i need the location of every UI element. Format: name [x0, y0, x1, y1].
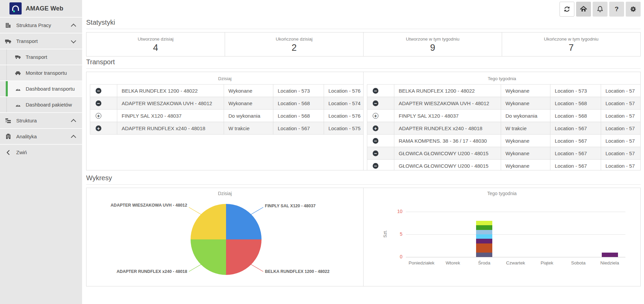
sidebar-subitem-monitor-transportu[interactable]: Monitor transportu [0, 65, 82, 81]
sidebar-subitem-label: Monitor transportu [26, 70, 67, 76]
stat-card: Ukończone dzisiaj2 [225, 32, 364, 56]
transport-row[interactable]: −ADAPTER WIESZAKOWA UVH - 48012WykonaneL… [90, 97, 364, 110]
sidebar-item-transport[interactable]: Transport [0, 33, 82, 49]
transport-item-name: GŁOWICA GŁOWICOWY U200 - 48015 [394, 147, 501, 159]
notifications-button[interactable] [593, 2, 608, 17]
transport-row[interactable]: −ADAPTER WIESZAKOWA UVH - 48012WykonaneL… [367, 97, 640, 110]
home-button[interactable] [576, 2, 591, 17]
bar-segment [476, 234, 492, 239]
sidebar: AMAGE Web Struktura Pracy Transport Tran… [0, 0, 82, 304]
transport-to-location: Location - 576 [324, 85, 364, 97]
minus-circle-icon[interactable]: − [96, 100, 101, 106]
transport-status: Wykonane [224, 97, 273, 109]
pie-chart[interactable] [191, 204, 262, 275]
transport-row[interactable]: −BELKA RUNDFLEX 1200 - 48022WykonaneLoca… [367, 85, 640, 97]
minus-circle-icon[interactable]: − [373, 163, 378, 169]
x-tick-label: Poniedziałek [406, 260, 437, 265]
table-title: Tego tygodnia [364, 72, 640, 84]
minus-circle-icon[interactable]: − [373, 150, 378, 156]
sidebar-collapse-button[interactable]: Zwiń [0, 145, 82, 160]
sidebar-item-analityka[interactable]: Analityka [0, 129, 82, 145]
row-icon-cell: + [90, 122, 117, 134]
transport-row[interactable]: +FINPLY SAL X120 - 48037Do wykonaniaLoca… [90, 110, 364, 122]
transport-panel: Dzisiaj −BELKA RUNDFLEX 1200 - 48022Wyko… [86, 72, 641, 170]
transport-status: Wykonane [501, 135, 550, 147]
help-button[interactable]: ? [609, 2, 624, 17]
dashboard-icon [14, 86, 22, 92]
transport-status: Do wykonania [501, 110, 550, 122]
plus-circle-icon[interactable]: + [373, 125, 378, 131]
transport-row[interactable]: −GŁOWICA GŁOWICOWY U200 - 48015WykonaneL… [367, 160, 640, 170]
transport-row[interactable]: +ADAPTER RUNDFLEX x240 - 48018W trakcieL… [367, 122, 640, 135]
transport-week-pane: Tego tygodnia −BELKA RUNDFLEX 1200 - 480… [364, 72, 640, 170]
transport-item-name: BELKA RUNDFLEX 1200 - 48022 [394, 85, 501, 97]
plus-circle-icon[interactable]: + [96, 125, 101, 131]
header-toolbar: ? [560, 2, 641, 17]
sidebar-nav: Struktura Pracy Transport Transport Moni… [0, 18, 82, 160]
main-content: ? Statystyki Utworzone dzisiaj4Ukończone… [82, 0, 644, 304]
y-tick-label: 5 [390, 231, 402, 237]
plus-circle-outline-icon[interactable]: + [373, 113, 378, 119]
transport-item-name: ADAPTER RUNDFLEX x240 - 48018 [394, 122, 501, 134]
transport-to-location: Location - 576 [324, 110, 364, 122]
app-title: AMAGE Web [26, 5, 63, 12]
structure-icon [4, 118, 12, 124]
svg-text:?: ? [615, 5, 619, 13]
stat-value: 2 [292, 43, 297, 53]
pie-slice-label: FINPLY SAL X120 - 48037 [265, 204, 316, 208]
stacked-bar-Środa[interactable] [476, 221, 492, 257]
settings-button[interactable] [626, 2, 641, 17]
charts-section: Wykresy Dzisiaj FINPLY SAL X120 - 48037 … [86, 174, 641, 286]
stacked-bar-Niedziela[interactable] [602, 253, 618, 257]
sidebar-subitem-transport[interactable]: Transport [0, 49, 82, 65]
row-icon-cell: − [367, 135, 394, 147]
transport-status: Wykonane [501, 85, 550, 97]
sidebar-subitem-dashboard-pakietow[interactable]: Dashboard pakietów [0, 97, 82, 113]
transport-row[interactable]: +ADAPTER RUNDFLEX x240 - 48018W trakcieL… [90, 122, 364, 135]
bar-chart-title: Tego tygodnia [364, 191, 640, 196]
sidebar-subitem-label: Dashboard pakietów [26, 102, 72, 108]
transport-from-location: Location - 567 [273, 122, 324, 134]
bar-chart-plot [406, 212, 625, 257]
chevron-up-icon [71, 119, 76, 124]
transport-row[interactable]: −GŁOWICA GŁOWICOWY U200 - 48015WykonaneL… [367, 147, 640, 160]
sidebar-item-label: Struktura Pracy [16, 22, 51, 28]
charts-section-title: Wykresy [86, 174, 641, 185]
row-icon-cell: − [90, 97, 117, 109]
sidebar-item-struktura-pracy[interactable]: Struktura Pracy [0, 18, 82, 33]
transport-status: Wykonane [501, 97, 550, 109]
transport-row[interactable]: +FINPLY SAL X120 - 48037Do wykonaniaLoca… [367, 110, 640, 122]
minus-circle-icon[interactable]: − [373, 100, 378, 106]
pie-slice-label: BELKA RUNDFLEX 1200 - 48022 [265, 269, 329, 274]
app-logo[interactable]: AMAGE Web [0, 0, 82, 18]
minus-circle-icon[interactable]: − [373, 88, 378, 94]
transport-from-location: Location - 567 [550, 122, 601, 134]
stat-card: Utworzone dzisiaj4 [86, 32, 225, 56]
transport-table-week: −BELKA RUNDFLEX 1200 - 48022WykonaneLoca… [367, 84, 640, 170]
plus-circle-outline-icon[interactable]: + [96, 113, 101, 119]
sidebar-item-label: Analityka [16, 134, 37, 139]
transport-row[interactable]: −BELKA RUNDFLEX 1200 - 48022WykonaneLoca… [90, 85, 364, 97]
transport-status: W trakcie [224, 122, 273, 134]
minus-circle-icon[interactable]: − [96, 88, 101, 94]
chevron-up-icon [71, 135, 76, 140]
bar-segment [476, 225, 492, 230]
transport-today-pane: Dzisiaj −BELKA RUNDFLEX 1200 - 48022Wyko… [86, 72, 364, 170]
transport-status: Wykonane [501, 147, 550, 159]
transport-to-location: Location - 57 [601, 147, 640, 159]
transport-item-name: ADAPTER WIESZAKOWA UVH - 48012 [117, 97, 224, 109]
transport-status: Wykonane [224, 85, 273, 97]
bar-segment [476, 253, 492, 257]
sidebar-subitem-dashboard-transportu[interactable]: Dashboard transportu [0, 81, 82, 97]
minus-circle-icon[interactable]: − [373, 138, 378, 144]
x-tick-label: Niedziela [594, 260, 625, 265]
transport-row[interactable]: −RAMA KOMPENS. 38 - 36 / 17 - 48030Wykon… [367, 135, 640, 147]
transport-from-location: Location - 568 [550, 97, 601, 109]
x-tick-label: Piątek [531, 260, 563, 265]
sidebar-item-struktura[interactable]: Struktura [0, 113, 82, 129]
transport-to-location: Location - 57 [601, 85, 640, 97]
transport-from-location: Location - 568 [273, 97, 324, 109]
transport-status: W trakcie [501, 122, 550, 134]
refresh-button[interactable] [560, 2, 574, 17]
stat-card: Ukończone w tym tygodniu7 [502, 32, 640, 56]
